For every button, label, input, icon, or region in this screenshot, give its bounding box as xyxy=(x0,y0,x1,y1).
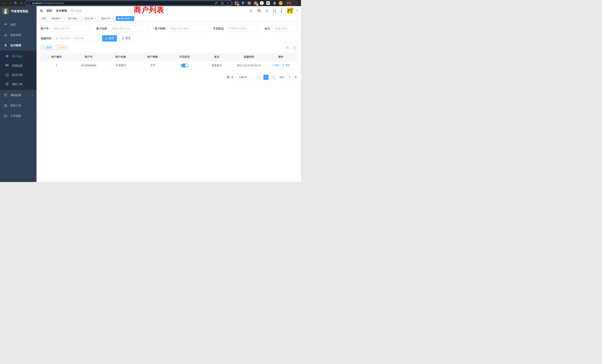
browser-back-icon[interactable]: ← xyxy=(2,1,7,5)
tab-user-group[interactable]: 用户分组× xyxy=(66,16,81,21)
breadcrumb-pay[interactable]: 支付管理 xyxy=(56,9,67,13)
toggle-search-button[interactable] xyxy=(285,45,290,50)
fullscreen-icon[interactable] xyxy=(273,9,276,12)
sidebar-item-workflow[interactable]: 工作流程 xyxy=(0,111,36,121)
user-menu-caret-icon[interactable] xyxy=(297,10,298,11)
sidebar-item-system[interactable]: 系统管理 xyxy=(0,30,36,40)
col-remark: 备注 xyxy=(201,53,233,61)
reset-button[interactable]: 重置 xyxy=(119,35,134,42)
sidebar-item-pay[interactable]: ¥ 支付管理 xyxy=(0,40,36,51)
help-icon[interactable]: ? xyxy=(265,9,268,12)
sidebar-item-infra[interactable]: 基础设施 xyxy=(0,90,36,100)
bookmark-star-icon[interactable]: ☆ xyxy=(227,2,229,5)
col-merchant-no: 商户号 xyxy=(73,53,105,61)
merchant-no-input[interactable] xyxy=(51,25,91,32)
github-icon[interactable] xyxy=(257,9,261,13)
active-dot xyxy=(118,18,119,19)
browser-toolbar: ← → ↻ ⌂ i localhost:1024/pay/merchant ☆ … xyxy=(0,0,301,6)
extension-blocks-icon[interactable]: 10 xyxy=(235,1,238,5)
tab-pay-order[interactable]: 支付订单× xyxy=(83,16,98,21)
font-size-icon[interactable]: TT xyxy=(281,8,282,14)
breadcrumb-separator: / xyxy=(54,9,54,12)
short-name-label: 商户简称 xyxy=(155,27,165,30)
page-size-select[interactable]: 10条/页 xyxy=(236,75,254,80)
browser-home-icon[interactable]: ⌂ xyxy=(19,1,24,5)
goto-page-input[interactable] xyxy=(286,75,293,80)
extension-chat-icon[interactable] xyxy=(266,1,270,5)
site-info-icon[interactable]: i xyxy=(28,2,30,4)
url-text: localhost:1024/pay/merchant xyxy=(32,2,64,4)
edit-link[interactable]: 修改 xyxy=(272,64,280,67)
sidebar-item-label: 首页 xyxy=(10,23,16,26)
extension-recorder-icon[interactable]: 1 xyxy=(254,1,258,5)
create-time-range-picker[interactable]: 开始日期 - 结束日期 xyxy=(54,35,98,42)
logo-rabbit-image xyxy=(3,8,9,14)
extension-badge: 10 xyxy=(236,4,239,6)
close-icon[interactable]: × xyxy=(111,17,113,20)
extension-gem-icon[interactable] xyxy=(241,1,245,5)
close-icon[interactable]: × xyxy=(78,17,79,20)
breadcrumb-home[interactable]: 首页 xyxy=(46,9,52,13)
extension-command-icon[interactable]: ⌘ xyxy=(247,1,251,5)
chevron-right-icon xyxy=(272,76,274,78)
password-key-icon[interactable] xyxy=(215,1,218,5)
sidebar-item-label: 基础设施 xyxy=(10,93,21,97)
sidebar-item-label: 退款订单 xyxy=(12,83,23,86)
sidebar-item-pay-order[interactable]: ¥ 支付订单 xyxy=(0,70,36,79)
export-button[interactable]: 导出 xyxy=(55,45,68,50)
tab-refund-order[interactable]: 退款订单× xyxy=(99,16,115,21)
screen: ← → ↻ ⌂ i localhost:1024/pay/merchant ☆ … xyxy=(0,0,301,182)
extensions-puzzle-icon[interactable] xyxy=(272,1,276,5)
browser-menu-icon[interactable]: ⋮ xyxy=(293,2,295,5)
close-icon[interactable]: × xyxy=(131,17,132,20)
delete-link[interactable]: 删除 xyxy=(282,64,290,67)
extension-y-icon[interactable]: Y xyxy=(260,1,264,5)
document-icon xyxy=(5,83,9,86)
tab-home[interactable]: 首页 xyxy=(40,16,48,21)
reset-button-label: 重置 xyxy=(126,37,131,40)
status-select[interactable]: 请选择开启状态 xyxy=(226,25,259,32)
remark-input[interactable] xyxy=(272,25,301,32)
share-icon[interactable] xyxy=(221,1,224,5)
table-row: 1 M233666999 芋道源码 芋艿 我是备注 2021-10-23 08:… xyxy=(41,61,297,70)
next-page-button[interactable] xyxy=(271,75,276,80)
prev-page-button[interactable] xyxy=(256,75,261,80)
app-logo[interactable]: 芋道管理系统 xyxy=(0,6,36,17)
sidebar-item-devtools[interactable]: 研发工具 xyxy=(0,100,36,111)
add-button[interactable]: ＋ 新增 xyxy=(41,45,54,50)
download-icon xyxy=(58,46,60,49)
browser-forward-icon[interactable]: → xyxy=(7,1,13,5)
date-end-placeholder: 结束日期 xyxy=(74,37,84,40)
collapse-sidebar-icon[interactable] xyxy=(40,9,43,13)
browser-reload-icon[interactable]: ↻ xyxy=(13,1,19,5)
profile-avatar-emoji[interactable] xyxy=(279,1,283,5)
col-actions: 操作 xyxy=(265,53,297,61)
pagination-total: 共1 条 xyxy=(227,76,234,79)
close-icon[interactable]: × xyxy=(61,17,63,20)
short-name-input[interactable] xyxy=(168,25,208,32)
status-toggle[interactable] xyxy=(181,64,189,67)
store-icon xyxy=(5,55,9,58)
refresh-table-button[interactable] xyxy=(292,45,297,50)
chrome-update-button[interactable]: 更新 ⋮ xyxy=(285,1,297,5)
delete-label: 删除 xyxy=(285,64,290,67)
current-page-button[interactable]: 1 xyxy=(263,75,269,80)
search-button[interactable]: 搜索 xyxy=(102,35,117,42)
sidebar-item-merchant-info[interactable]: 商户信息 xyxy=(0,52,36,61)
search-icon[interactable] xyxy=(249,9,253,12)
tab-label: 商户信息 xyxy=(121,17,129,20)
cell-actions: 修改删除 xyxy=(265,61,297,70)
sidebar-item-home[interactable]: 首页 xyxy=(0,20,36,30)
plus-icon: ＋ xyxy=(43,46,45,49)
refresh-icon xyxy=(122,37,124,40)
tab-process-form[interactable]: 流程表单× xyxy=(49,16,65,21)
col-status: 开启状态 xyxy=(169,53,201,61)
sidebar-item-app-info[interactable]: 应用信息 xyxy=(0,61,36,70)
user-avatar[interactable] xyxy=(287,8,293,14)
address-bar[interactable]: i localhost:1024/pay/merchant ☆ xyxy=(25,0,232,6)
tab-merchant-info[interactable]: 商户信息× xyxy=(116,16,134,21)
close-icon[interactable]: × xyxy=(95,17,96,20)
sidebar: 芋道管理系统 首页 系统管理 ¥ 支付管理 xyxy=(0,6,36,182)
full-name-input[interactable] xyxy=(109,25,149,32)
sidebar-item-refund-order[interactable]: 退款订单 xyxy=(0,79,36,89)
